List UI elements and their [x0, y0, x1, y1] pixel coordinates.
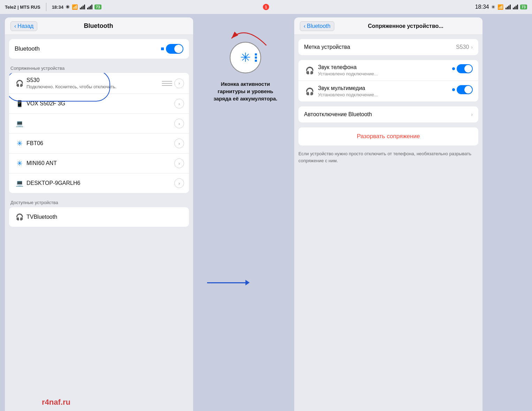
laptop-icon-unknown: 💻: [14, 118, 25, 129]
tv-title: TVBluetooth: [26, 214, 184, 220]
bluetooth-activity-icon: ✳: [230, 42, 261, 73]
device-label-chevron: ›: [471, 44, 473, 50]
device-label-row[interactable]: Метка устройства S530 ›: [298, 39, 478, 55]
right-back-label: Bluetooth: [307, 23, 330, 29]
headphones-icon: 🎧: [14, 78, 25, 89]
auto-disconnect-chevron: ›: [471, 112, 473, 117]
media-sound-toggle-container: [452, 85, 473, 94]
s530-subtitle: Подключено. Коснитесь, чтобы отключить.: [26, 84, 162, 89]
device-vox[interactable]: 📱 VOX S502F 3G ›: [9, 94, 189, 113]
right-panel: ‹ Bluetooth Сопряженное устройство... Ме…: [294, 17, 482, 411]
media-sound-text: Звук мультимедиа Установлено подключение…: [318, 85, 452, 97]
left-time: 18:34: [52, 5, 63, 10]
chevron-icon-desktop[interactable]: ›: [174, 178, 184, 188]
carrier-text: Tele2 | MTS RUS: [5, 5, 40, 10]
chevron-left-icon-right: ‹: [304, 23, 305, 29]
hint-text: Если устройство нужно просто отключить о…: [298, 149, 478, 165]
rbar1b: [513, 8, 514, 9]
bluetooth-icon-mini60: ✳: [14, 158, 25, 169]
s530-title: S530: [26, 77, 162, 83]
rbar1: [506, 8, 507, 9]
drag-lines: [162, 80, 172, 87]
status-right: 18:34 ✳ 📶 73: [353, 4, 532, 10]
device-tvbluetooth[interactable]: 🎧 TVBluetooth: [9, 207, 189, 227]
bluetooth-toggle-switch[interactable]: [166, 44, 183, 54]
right-panel-body: Метка устройства S530 › 🎧 Звук телефона …: [294, 35, 482, 411]
device-mini60[interactable]: ✳ MINI60 ANT ›: [9, 153, 189, 173]
bt-icon-right: ✳: [491, 4, 495, 10]
bar4: [84, 5, 85, 9]
paired-devices-card: 🎧 S530 Подключено. Коснитесь, чтобы откл…: [9, 73, 189, 193]
bluetooth-icon-fbt: ✳: [14, 138, 25, 149]
chevron-icon-vox[interactable]: ›: [174, 99, 184, 109]
bluetooth-toggle-label: Bluetooth: [15, 45, 161, 52]
phone-sound-toggle[interactable]: [457, 64, 473, 73]
media-sound-row: 🎧 Звук мультимедиа Установлено подключен…: [298, 81, 478, 102]
back-button[interactable]: ‹ Назад: [10, 21, 37, 31]
fbt06-title: FBT06: [26, 140, 174, 147]
drag-line-2: [162, 83, 172, 84]
chevron-left-icon: ‹: [14, 23, 16, 29]
bt-symbol: ✳: [240, 50, 251, 65]
bluetooth-toggle-card: Bluetooth: [9, 39, 189, 59]
arrow-line: [207, 282, 245, 283]
left-panel-body: Bluetooth Сопряженные устройства 🎧: [5, 35, 193, 411]
batt-seg-2: [255, 57, 257, 59]
status-left: Tele2 | MTS RUS 18:34 ✳ 📶 73: [0, 3, 179, 11]
signal-bars-right2: [513, 5, 518, 9]
batt-seg-1: [255, 53, 257, 55]
media-sound-knob: [464, 86, 472, 94]
chevron-icon-unknown[interactable]: ›: [174, 119, 184, 128]
rbar4b: [517, 5, 518, 9]
wifi-icon-status: 📶: [72, 4, 78, 10]
auto-disconnect-row[interactable]: Автоотключение Bluetooth ›: [298, 106, 478, 122]
vox-title: VOX S502F 3G: [26, 100, 174, 107]
drag-line-1: [162, 81, 172, 82]
chevron-icon-s530[interactable]: ›: [174, 79, 184, 88]
disconnect-label: Разорвать сопряжение: [357, 133, 420, 140]
rbar4: [510, 5, 511, 9]
right-nav-bar: ‹ Bluetooth Сопряженное устройство...: [294, 17, 482, 35]
signal-bars-left2: [87, 5, 92, 9]
left-panel: ‹ Назад Bluetooth Bluetooth: [5, 17, 193, 411]
available-section-label: Доступные устройства: [9, 198, 189, 207]
phone-sound-toggle-container: [452, 64, 473, 73]
status-separator: [46, 3, 46, 11]
chevron-icon-fbt06[interactable]: ›: [174, 139, 184, 148]
toggle-active-dot: [161, 47, 164, 50]
device-unknown[interactable]: 💻 ›: [9, 113, 189, 133]
phone-sound-active-dot: [452, 67, 455, 70]
main-content: ‹ Назад Bluetooth Bluetooth: [0, 14, 532, 411]
page-title-right: Сопряженное устройство...: [334, 23, 477, 29]
rbar3: [508, 6, 509, 9]
auto-disconnect-label: Автоотключение Bluetooth: [304, 111, 471, 118]
bar1: [80, 8, 81, 9]
device-fbt06[interactable]: ✳ FBT06 ›: [9, 133, 189, 153]
laptop-icon-desktop: 💻: [14, 178, 25, 189]
desktop-title: DESKTOP-9GARLH6: [26, 180, 174, 186]
wifi-icon-right: 📶: [497, 4, 503, 10]
chevron-icon-mini60[interactable]: ›: [174, 158, 184, 168]
disconnect-button[interactable]: Разорвать сопряжение: [298, 127, 478, 145]
phone-sound-text: Звук телефона Установлено подключение...: [318, 64, 452, 76]
headphones-icon-tv: 🎧: [14, 211, 25, 223]
rbar2b: [514, 7, 515, 9]
right-back-button[interactable]: ‹ Bluetooth: [300, 21, 334, 31]
media-sound-toggle[interactable]: [457, 85, 473, 94]
phone-sound-knob: [464, 65, 472, 73]
desktop-text: DESKTOP-9GARLH6: [25, 180, 174, 186]
fbt06-text: FBT06: [25, 140, 174, 147]
headphones-phone-icon: 🎧: [304, 65, 315, 76]
device-s530[interactable]: 🎧 S530 Подключено. Коснитесь, чтобы откл…: [9, 73, 189, 94]
headphones-media-icon: 🎧: [304, 86, 315, 97]
bar1b: [87, 8, 88, 9]
battery-right: 73: [520, 5, 527, 9]
device-desktop[interactable]: 💻 DESKTOP-9GARLH6 ›: [9, 173, 189, 193]
media-sound-title: Звук мультимедиа: [318, 85, 452, 91]
phone-sound-row: 🎧 Звук телефона Установлено подключение.…: [298, 60, 478, 81]
drag-line-3: [162, 85, 172, 86]
bluetooth-icon-status: ✳: [66, 4, 70, 10]
toggle-knob: [174, 45, 183, 53]
mini60-title: MINI60 ANT: [26, 160, 174, 166]
battery-left: 73: [94, 5, 101, 9]
